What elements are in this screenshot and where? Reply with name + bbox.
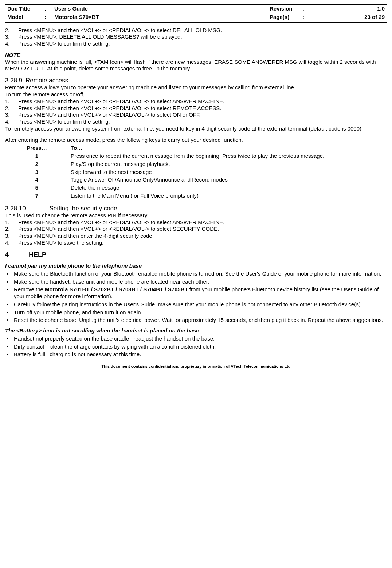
press-action: Toggle Answer Off/Announce Only/Announce… <box>68 176 387 184</box>
bullet-icon: • <box>5 335 14 342</box>
bullet-text: Remove the Motorola S701BT / S702BT / S7… <box>14 286 387 300</box>
press-key: 4 <box>5 176 68 184</box>
bullet-text-strong: Motorola S701BT / S702BT / S703BT / S704… <box>45 286 188 292</box>
bullet-text: Dirty contact – clean the charge contact… <box>14 343 387 350</box>
list-item: 4.Press <MENU> to save the setting. <box>5 240 387 246</box>
section-number: 3.28.10 <box>5 205 26 212</box>
section-number: 3.28.9 <box>5 77 22 84</box>
list-number: 2. <box>5 226 18 233</box>
list-text: Press <MENU> and then <VOL+> or <REDIAL/… <box>18 27 387 34</box>
section-paragraph: After entering the remote access mode, p… <box>5 137 387 144</box>
section-paragraph: Remote access allows you to operate your… <box>5 84 387 91</box>
table-row: 7Listen to the Main Menu (for Full Voice… <box>5 192 387 200</box>
list-item: 4.Press <MENU> to confirm the setting. <box>5 118 387 125</box>
table-header-press: Press… <box>5 144 68 152</box>
list-text: Press <MENU> to save the setting. <box>18 240 387 246</box>
table-row: 1Press once to repeat the current messag… <box>5 152 387 160</box>
table-header-to: To… <box>68 144 387 152</box>
list-text: Press <MENU>. DELETE ALL OLD MESSAGES? w… <box>18 34 387 40</box>
list-item: 3.Press <MENU> and then enter the 4-digi… <box>5 233 387 240</box>
bullet-item: •Carefully follow the pairing instructio… <box>5 301 387 308</box>
list-text: Press <MENU> to confirm the setting. <box>18 118 387 125</box>
note-body: When the answering machine is full, <TAM… <box>5 59 387 73</box>
press-action: Listen to the Main Menu (for Full Voice … <box>68 192 387 200</box>
press-key: 7 <box>5 192 68 200</box>
bullet-icon: • <box>5 279 14 285</box>
list-text: Press <MENU> and then enter the 4-digit … <box>18 233 387 240</box>
bullet-icon: • <box>5 317 14 324</box>
section-title: Setting the security code <box>49 205 117 212</box>
section-number: 4 <box>5 251 27 259</box>
bullet-icon: • <box>5 309 14 316</box>
list-number: 1. <box>5 219 18 226</box>
press-action: Press once to repeat the current message… <box>68 152 387 160</box>
list-item: 3.Press <MENU> and then <VOL+> or <REDIA… <box>5 112 387 118</box>
bullet-text: Carefully follow the pairing instruction… <box>14 301 387 308</box>
bullet-item: •Remove the Motorola S701BT / S702BT / S… <box>5 286 387 300</box>
bullet-item: •Battery is full –charging is not necess… <box>5 351 387 358</box>
table-row: 3Skip forward to the next message <box>5 168 387 176</box>
list-text: Press <MENU> and then <VOL+> or <REDIAL/… <box>18 219 387 226</box>
bullet-text: Make sure the handset, base unit and mob… <box>14 279 387 285</box>
list-number: 4. <box>5 118 18 125</box>
security-code-steps: 1.Press <MENU> and then <VOL+> or <REDIA… <box>5 219 387 246</box>
bullet-icon: • <box>5 343 14 350</box>
revision-value: 1.0 <box>310 4 387 13</box>
section-heading-help: 4 HELP <box>5 251 387 259</box>
bullet-item: •Make sure the handset, base unit and mo… <box>5 279 387 285</box>
press-key: 5 <box>5 184 68 192</box>
bullet-text-pre: Remove the <box>14 286 45 292</box>
list-text: Press <MENU> and then <VOL+> or <REDIAL/… <box>18 112 387 118</box>
press-action: Delete the message <box>68 184 387 192</box>
bullet-icon: • <box>5 271 14 277</box>
model-value: Motorola S70×BT <box>52 13 267 22</box>
help-topic-heading: The <Battery> icon is not scrolling when… <box>5 327 387 334</box>
help-bullet-list: •Handset not properly seated on the base… <box>5 335 387 358</box>
bullet-icon: • <box>5 351 14 358</box>
list-number: 2. <box>5 27 18 34</box>
colon-icon: : <box>300 4 310 13</box>
help-bullet-list: •Make sure the Bluetooth function of you… <box>5 271 387 324</box>
list-number: 4. <box>5 40 18 47</box>
table-row: 5Delete the message <box>5 184 387 192</box>
list-text: Press <MENU> and then <VOL+> or <REDIAL/… <box>18 226 387 233</box>
section-paragraph: To turn the remote access on/off, <box>5 91 387 98</box>
table-row: 4Toggle Answer Off/Announce Only/Announc… <box>5 176 387 184</box>
bullet-item: •Dirty contact – clean the charge contac… <box>5 343 387 350</box>
bullet-text: Battery is full –charging is not necessa… <box>14 351 387 358</box>
list-text: Press <MENU> to confirm the setting. <box>18 40 387 47</box>
bullet-item: •Make sure the Bluetooth function of you… <box>5 271 387 277</box>
list-item: 2.Press <MENU> and then <VOL+> or <REDIA… <box>5 226 387 233</box>
list-item: 1.Press <MENU> and then <VOL+> or <REDIA… <box>5 219 387 226</box>
remote-access-steps: 1.Press <MENU> and then <VOL+> or <REDIA… <box>5 98 387 125</box>
revision-label: Revision <box>267 4 301 13</box>
list-text: Press <MENU> and then <VOL+> or <REDIAL/… <box>18 98 387 105</box>
note-heading: NOTE <box>5 52 387 59</box>
list-item: 1.Press <MENU> and then <VOL+> or <REDIA… <box>5 98 387 105</box>
bullet-text: Make sure the Bluetooth function of your… <box>14 271 387 277</box>
doc-header-table: Doc Title : User's Guide Revision : 1.0 … <box>5 4 387 23</box>
bullet-item: •Reset the telephone base. Unplug the un… <box>5 317 387 324</box>
model-label: Model <box>5 13 42 22</box>
list-number: 4. <box>5 240 18 246</box>
list-number: 1. <box>5 98 18 105</box>
list-number: 3. <box>5 112 18 118</box>
bullet-text: Reset the telephone base. Unplug the uni… <box>14 317 387 324</box>
bullet-icon: • <box>5 301 14 308</box>
list-item: 2.Press <MENU> and then <VOL+> or <REDIA… <box>5 105 387 112</box>
pages-label: Page(s) <box>267 13 301 22</box>
section-paragraph: To remotely access your answering system… <box>5 125 387 132</box>
list-item: 2. Press <MENU> and then <VOL+> or <REDI… <box>5 27 387 34</box>
list-number: 3. <box>5 233 18 240</box>
table-row: 2Play/Stop the current message playback. <box>5 160 387 168</box>
bullet-item: •Handset not properly seated on the base… <box>5 335 387 342</box>
section-heading-remote-access: 3.28.9 Remote access <box>5 77 387 84</box>
press-action: Skip forward to the next message <box>68 168 387 176</box>
list-number: 3. <box>5 34 18 40</box>
doc-title-value: User's Guide <box>52 4 267 13</box>
list-number: 2. <box>5 105 18 112</box>
remote-keys-table: Press… To… 1Press once to repeat the cur… <box>5 144 387 200</box>
section-title: HELP <box>29 251 46 258</box>
pages-value: 23 of 29 <box>310 13 387 22</box>
list-item: 4. Press <MENU> to confirm the setting. <box>5 40 387 47</box>
